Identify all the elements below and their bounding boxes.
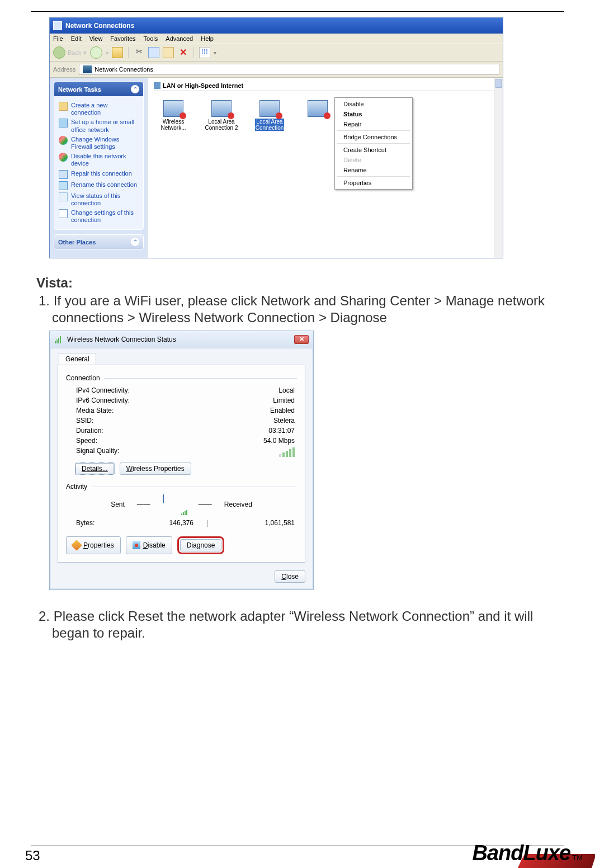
wireless-network-item[interactable]: Wireless Network... <box>156 100 191 131</box>
bytes-label: Bytes: <box>76 519 121 527</box>
chevron-down-icon: ▾ <box>106 50 108 56</box>
network-adapter-icon <box>259 100 280 117</box>
settings-icon <box>59 209 68 218</box>
task-disable-device[interactable]: Disable this network device <box>59 153 139 167</box>
up-folder-button[interactable] <box>112 47 123 58</box>
back-button[interactable]: Back ▾ <box>53 46 87 59</box>
forward-button[interactable] <box>90 46 102 59</box>
collapse-icon[interactable]: ⌃ <box>131 85 139 93</box>
repair-icon <box>59 170 68 179</box>
activity-dash: —— <box>137 501 150 508</box>
paste-button[interactable] <box>163 47 174 58</box>
vista-heading: Vista: <box>36 275 564 291</box>
ctx-status[interactable]: Status <box>336 109 412 119</box>
activity-group: Activity <box>66 483 297 490</box>
bytes-divider: | <box>193 519 222 527</box>
xp-titlebar[interactable]: Network Connections <box>50 18 503 34</box>
ctx-delete: Delete <box>336 155 412 165</box>
diagnose-button[interactable]: Diagnose <box>180 539 222 551</box>
rename-icon <box>59 181 68 190</box>
ctx-shortcut[interactable]: Create Shortcut <box>336 145 412 155</box>
menu-bar: File Edit View Favorites Tools Advanced … <box>50 34 503 44</box>
bytes-sent: 146,376 <box>121 519 193 527</box>
back-arrow-icon <box>53 46 65 59</box>
close-row: Close <box>58 570 305 583</box>
lan2-item[interactable]: Local Area Connection 2 <box>204 100 239 131</box>
row-ipv6: IPv6 Connectivity:Limited <box>66 395 297 405</box>
home-network-icon <box>59 119 68 128</box>
menu-tools[interactable]: Tools <box>144 35 158 42</box>
context-menu: Disable Status Repair Bridge Connections… <box>334 97 413 190</box>
signal-bars-icon <box>279 447 295 457</box>
ctx-disable[interactable]: Disable <box>336 99 412 109</box>
task-rename[interactable]: Rename this connection <box>59 181 139 190</box>
row-media: Media State:Enabled <box>66 405 297 416</box>
task-repair[interactable]: Repair this connection <box>59 170 139 179</box>
properties-button[interactable]: Properties <box>66 536 121 554</box>
menu-advanced[interactable]: Advanced <box>166 35 193 42</box>
panel-title: Other Places <box>58 239 96 246</box>
other-places-header[interactable]: Other Places ⌃ <box>54 235 143 249</box>
separator <box>128 47 129 58</box>
disable-button[interactable]: Disable <box>126 536 172 554</box>
dialog-body: General Connection IPv4 Connectivity:Loc… <box>50 348 313 589</box>
address-label: Address <box>53 66 75 73</box>
network-adapter-icon <box>163 100 183 117</box>
vertical-scrollbar[interactable] <box>494 78 503 258</box>
menu-file[interactable]: File <box>53 35 63 42</box>
diagnose-highlight: Diagnose <box>177 536 225 554</box>
ctx-rename[interactable]: Rename <box>336 165 412 175</box>
separator <box>337 130 410 131</box>
cut-button[interactable]: ✂ <box>134 47 145 58</box>
wireless-properties-button[interactable]: Wireless Properties <box>120 463 191 475</box>
svg-rect-0 <box>55 341 56 343</box>
menu-favorites[interactable]: Favorites <box>110 35 135 42</box>
task-change-settings[interactable]: Change settings of this connection <box>59 209 139 224</box>
dialog-titlebar[interactable]: Wireless Network Connection Status ✕ <box>50 331 313 348</box>
menu-view[interactable]: View <box>89 35 103 42</box>
copy-button[interactable] <box>148 47 159 58</box>
task-create-connection[interactable]: Create a new connection <box>59 102 139 116</box>
ctx-properties[interactable]: Properties <box>336 178 412 188</box>
dialog-title: Wireless Network Connection Status <box>67 336 176 343</box>
tab-general[interactable]: General <box>59 353 96 365</box>
address-input[interactable]: Network Connections <box>79 64 499 75</box>
task-firewall[interactable]: Change Windows Firewall settings <box>59 136 139 150</box>
step-2: 2. Please click Reset the network adapte… <box>44 608 564 641</box>
task-view-status[interactable]: View status of this connection <box>59 192 139 207</box>
row-speed: Speed:54.0 Mbps <box>66 436 297 446</box>
vista-wireless-status-dialog: Wireless Network Connection Status ✕ Gen… <box>49 331 314 590</box>
task-setup-network[interactable]: Set up a home or small office network <box>59 119 139 133</box>
brand-name: BandLuxe <box>473 841 571 865</box>
close-button[interactable]: ✕ <box>294 335 309 344</box>
extra-lan-item[interactable] <box>300 100 335 131</box>
app-icon <box>53 21 62 30</box>
menu-help[interactable]: Help <box>201 35 214 42</box>
views-button[interactable]: ⁞⁞⁞ <box>199 47 210 58</box>
network-adapter-icon <box>308 100 328 117</box>
window-body: Network Tasks ⌃ Create a new connection … <box>50 78 503 258</box>
connection-buttons: Details... Wireless Properties <box>75 463 297 475</box>
address-value: Network Connections <box>95 66 153 73</box>
xp-network-connections-window: Network Connections File Edit View Favor… <box>49 17 503 258</box>
close-button-bottom[interactable]: Close <box>275 570 305 583</box>
disable-icon <box>133 541 140 549</box>
ctx-bridge[interactable]: Bridge Connections <box>336 132 412 142</box>
toolbar: Back ▾ ▾ ✂ ✕ ⁞⁞⁞ ▾ <box>50 44 503 62</box>
step-1: 1. If you are a WiFi user, please click … <box>44 293 564 326</box>
row-ipv4: IPv4 Connectivity:Local <box>66 385 297 395</box>
collapse-icon[interactable]: ⌃ <box>131 238 139 246</box>
network-tasks-header[interactable]: Network Tasks ⌃ <box>54 82 143 96</box>
sent-label: Sent <box>111 501 125 508</box>
action-buttons: Properties Disable Diagnose <box>66 536 297 554</box>
general-panel: Connection IPv4 Connectivity:Local IPv6 … <box>58 365 305 563</box>
ctx-repair[interactable]: Repair <box>336 119 412 129</box>
item-label: Local Area Connection 2 <box>205 119 238 131</box>
received-label: Received <box>224 501 252 508</box>
menu-edit[interactable]: Edit <box>71 35 82 42</box>
lan-item-selected[interactable]: Local Area Connection <box>252 100 287 131</box>
delete-button[interactable]: ✕ <box>177 47 188 58</box>
chevron-down-icon: ▾ <box>83 49 87 56</box>
details-button[interactable]: Details... <box>75 463 115 475</box>
new-connection-icon <box>59 102 68 111</box>
